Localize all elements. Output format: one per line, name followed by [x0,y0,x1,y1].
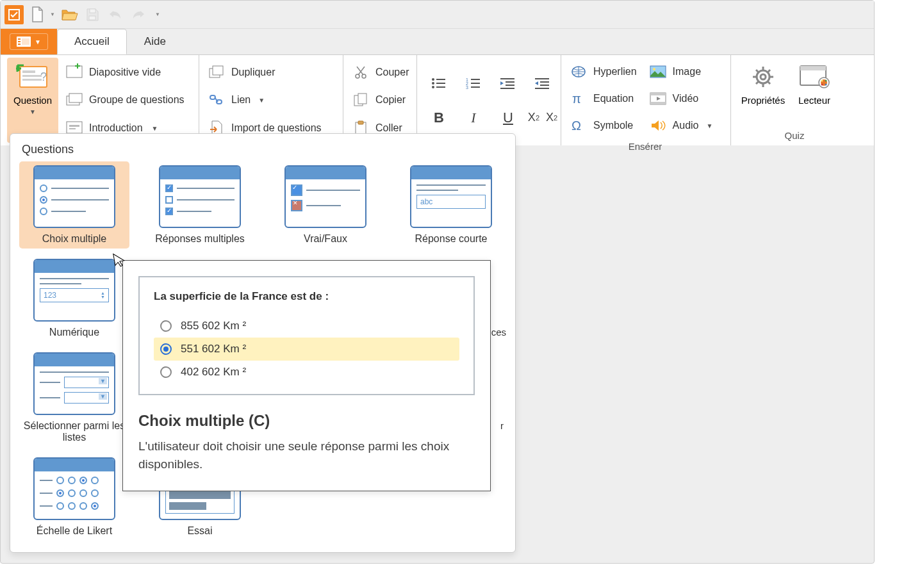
hyperlink-icon [571,65,586,78]
image-button[interactable]: Image [647,59,716,85]
svg-rect-33 [436,83,445,84]
empty-slide-label: Diapositive vide [89,67,161,78]
new-doc-caret[interactable]: ▼ [50,12,55,17]
hyperlink-label: Hyperlien [593,66,637,78]
save-button[interactable] [83,6,101,24]
svg-line-64 [756,70,759,72]
svg-point-34 [432,86,434,88]
qtype-vrai-faux[interactable]: Vrai/Faux [270,161,381,249]
import-label: Import de questions [231,122,322,134]
player-label: Lecteur [798,95,830,106]
outdent-button[interactable] [497,72,520,95]
qtype-selectionner-listes[interactable]: Sélectionner parmi les listes [19,348,129,447]
question-button[interactable]: ? Question ▼ [7,58,58,143]
qtype-likert[interactable]: Échelle de Likert [19,453,129,541]
qtype-numerique[interactable]: 123▲▼ Numérique [19,255,129,342]
svg-rect-18 [69,128,76,129]
tab-aide[interactable]: Aide [127,29,183,54]
qtype-choix-multiple[interactable]: Choix multiple [19,161,129,249]
svg-point-54 [653,68,655,70]
slide-icon [66,65,83,79]
svg-rect-49 [535,88,549,89]
slide-view-icon [17,37,31,47]
omega-icon: Ω [571,118,586,133]
svg-line-65 [768,81,770,84]
svg-text:π: π [572,92,581,106]
qtype-label: Échelle de Likert [37,525,112,537]
image-label: Image [673,66,701,78]
ribbon: ? Question ▼ Diapositive vide Groupe de … [1,54,874,145]
introduction-label: Introduction [89,122,143,134]
svg-point-32 [432,82,434,85]
cut-button[interactable]: Couper [350,60,411,85]
hyperlink-button[interactable]: Hyperlien [568,59,639,85]
player-icon [798,63,830,90]
cut-label: Couper [375,67,409,78]
group-duplicate: Dupliquer Lien ▼ Import de questions [199,55,343,145]
undo-button[interactable] [106,6,124,24]
svg-rect-10 [22,75,42,77]
qtype-label: Choix multiple [42,233,106,245]
svg-rect-11 [22,79,42,81]
qtype-label: Réponse courte [415,233,488,245]
indent-button[interactable] [531,72,554,95]
chevron-down-icon: ▼ [152,125,158,132]
qtype-label: Sélectionner parmi les listes [23,420,126,443]
question-type-tooltip: La superficie de la France est de : 855 … [122,260,491,491]
properties-button[interactable]: Propriétés [737,58,789,129]
duplicate-button[interactable]: Dupliquer [206,60,324,85]
copy-label: Copier [375,94,406,106]
group-formatting: 123 B I U X2 X2 [417,55,561,145]
chevron-down-icon: ▼ [707,122,713,129]
svg-rect-20 [213,66,223,75]
underline-button[interactable]: U [497,106,520,129]
subscript-button[interactable]: X2 [528,106,539,129]
numbering-button[interactable]: 123 [462,72,485,95]
qtype-label: Numérique [49,327,99,338]
svg-rect-4 [18,38,21,40]
link-label: Lien [231,94,251,106]
group-slides: ? Question ▼ Diapositive vide Groupe de … [1,55,199,145]
svg-rect-5 [18,41,21,42]
tab-accueil[interactable]: Accueil [57,29,127,54]
group-insert: Hyperlien π Equation Ω Symbole Image [561,55,731,145]
tooltip-description: L'utilisateur doit choisir une seule rép… [138,437,475,473]
svg-rect-39 [471,83,480,84]
open-button[interactable] [60,6,78,24]
svg-rect-37 [471,79,480,80]
svg-rect-45 [500,88,514,89]
group-quiz: Propriétés Lecteur Quiz [731,55,859,145]
italic-button[interactable]: I [462,106,485,129]
group-clipboard: Couper Copier Coller [343,55,417,145]
video-button[interactable]: Vidéo [647,86,716,111]
bold-button[interactable]: B [427,106,450,129]
superscript-button[interactable]: X2 [546,106,557,129]
qtype-reponse-courte[interactable]: abc Réponse courte [396,161,506,249]
svg-rect-27 [358,94,366,104]
video-icon [650,92,666,105]
equation-button[interactable]: π Equation [568,86,639,111]
qat-customize-caret[interactable]: ▼ [155,12,160,17]
questions-panel-title: Questions [22,143,506,156]
pi-icon: π [571,92,586,106]
preview-option-3: 402 602 Km ² [154,361,459,384]
player-button[interactable]: Lecteur [789,58,840,129]
empty-slide-button[interactable]: Diapositive vide [63,60,187,85]
copy-button[interactable]: Copier [350,87,411,113]
outdent-icon [500,77,516,90]
symbol-button[interactable]: Ω Symbole [568,113,639,138]
svg-point-75 [821,84,823,86]
image-icon [650,65,666,78]
audio-button[interactable]: Audio ▼ [647,113,716,138]
bullets-button[interactable] [427,72,450,95]
link-button[interactable]: Lien ▼ [206,87,324,113]
new-doc-button[interactable] [29,6,47,24]
view-mode-button[interactable]: ▼ [1,29,57,54]
qtype-reponses-multiples[interactable]: Réponses multiples [145,161,255,249]
question-group-button[interactable]: Groupe de questions [63,87,187,113]
copy-icon [354,93,368,107]
qtype-label: Vrai/Faux [304,233,347,245]
link-icon [209,94,224,106]
question-group-label: Groupe de questions [89,94,185,106]
redo-button[interactable] [129,6,147,24]
